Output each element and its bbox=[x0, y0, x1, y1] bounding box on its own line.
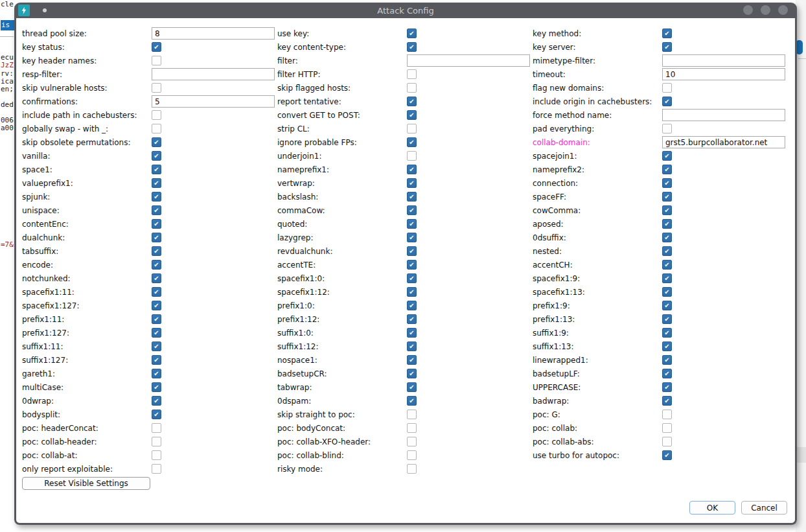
checkbox-nameprefix1[interactable]: ✔ bbox=[407, 165, 417, 174]
checkbox-poc-bodyconcat[interactable] bbox=[407, 423, 417, 433]
checkbox-valueprefix1[interactable]: ✔ bbox=[152, 178, 161, 188]
checkbox-0dwrap[interactable]: ✔ bbox=[152, 396, 161, 406]
checkbox-accentte[interactable]: ✔ bbox=[407, 260, 417, 270]
checkbox-prefix1-9[interactable]: ✔ bbox=[662, 301, 672, 310]
checkbox-flag-new-domains[interactable] bbox=[662, 83, 672, 93]
checkbox-bodysplit[interactable]: ✔ bbox=[152, 410, 161, 419]
checkbox-tabwrap[interactable]: ✔ bbox=[407, 382, 417, 392]
checkbox-nameprefix2[interactable]: ✔ bbox=[662, 165, 672, 174]
checkbox-backslash[interactable]: ✔ bbox=[407, 192, 417, 202]
text-input-resp-filter[interactable] bbox=[152, 68, 275, 80]
checkbox-skip-vulnerable-hosts[interactable] bbox=[152, 83, 161, 93]
checkbox-underjoin1[interactable] bbox=[407, 151, 417, 161]
checkbox-include-path-in-cachebusters[interactable] bbox=[152, 110, 161, 120]
text-input-confirmations[interactable] bbox=[152, 95, 275, 108]
text-input-force-method-name[interactable] bbox=[662, 109, 785, 121]
checkbox-key-header-names[interactable] bbox=[152, 56, 161, 65]
checkbox-skip-flagged-hosts[interactable] bbox=[407, 83, 417, 93]
text-input-filter[interactable] bbox=[407, 54, 530, 67]
checkbox-report-tentative[interactable]: ✔ bbox=[407, 97, 417, 106]
checkbox-poc-collab-xfo-header[interactable] bbox=[407, 437, 417, 446]
checkbox-gareth1[interactable]: ✔ bbox=[152, 369, 161, 378]
text-input-thread-pool-size[interactable] bbox=[152, 27, 275, 40]
checkbox-quoted[interactable]: ✔ bbox=[407, 219, 417, 229]
checkbox-convert-get-to-post[interactable]: ✔ bbox=[407, 110, 417, 120]
checkbox-suffix1-0[interactable]: ✔ bbox=[407, 328, 417, 338]
reset-visible-settings-button[interactable]: Reset Visible Settings bbox=[22, 477, 150, 490]
checkbox-spacefix1-9[interactable]: ✔ bbox=[662, 273, 672, 283]
checkbox-include-origin-in-cachebusters[interactable]: ✔ bbox=[662, 97, 672, 106]
checkbox-prefix1-12[interactable]: ✔ bbox=[407, 314, 417, 324]
checkbox-prefix1-11[interactable]: ✔ bbox=[152, 314, 161, 324]
close-button[interactable] bbox=[778, 5, 788, 15]
checkbox-only-report-exploitable[interactable] bbox=[152, 464, 161, 474]
checkbox-suffix1-11[interactable]: ✔ bbox=[152, 341, 161, 351]
checkbox-lazygrep[interactable]: ✔ bbox=[407, 233, 417, 242]
checkbox-spacefix1-12[interactable]: ✔ bbox=[407, 287, 417, 297]
checkbox-skip-obsolete-permutations[interactable]: ✔ bbox=[152, 137, 161, 147]
text-input-mimetype-filter[interactable] bbox=[662, 54, 785, 67]
checkbox-spacefix1-11[interactable]: ✔ bbox=[152, 287, 161, 297]
checkbox-space1[interactable]: ✔ bbox=[152, 165, 161, 174]
dialog-titlebar[interactable]: Attack Config bbox=[14, 3, 797, 18]
checkbox-poc-headerconcat[interactable] bbox=[152, 423, 161, 433]
checkbox-ignore-probable-fps[interactable]: ✔ bbox=[407, 137, 417, 147]
checkbox-nested[interactable]: ✔ bbox=[662, 246, 672, 256]
checkbox-badwrap[interactable]: ✔ bbox=[662, 396, 672, 406]
checkbox-risky-mode[interactable] bbox=[407, 464, 417, 474]
checkbox-unispace[interactable]: ✔ bbox=[152, 205, 161, 215]
checkbox-aposed[interactable]: ✔ bbox=[662, 219, 672, 229]
ok-button[interactable]: OK bbox=[689, 501, 735, 515]
checkbox-vertwrap[interactable]: ✔ bbox=[407, 178, 417, 188]
checkbox-suffix1-9[interactable]: ✔ bbox=[662, 328, 672, 338]
checkbox-spaceff[interactable]: ✔ bbox=[662, 192, 672, 202]
checkbox-multicase[interactable]: ✔ bbox=[152, 382, 161, 392]
checkbox-poc-collab-abs[interactable] bbox=[662, 437, 672, 446]
checkbox-strip-cl[interactable] bbox=[407, 124, 417, 133]
checkbox-connection[interactable]: ✔ bbox=[662, 178, 672, 188]
checkbox-key-method[interactable]: ✔ bbox=[662, 29, 672, 38]
checkbox-key-server[interactable]: ✔ bbox=[662, 42, 672, 52]
checkbox-prefix1-0[interactable]: ✔ bbox=[407, 301, 417, 310]
checkbox-skip-straight-to-poc[interactable] bbox=[407, 410, 417, 419]
checkbox-poc-collab-blind[interactable] bbox=[407, 450, 417, 460]
maximize-button[interactable] bbox=[761, 5, 770, 15]
checkbox-spacejoin1[interactable]: ✔ bbox=[662, 151, 672, 161]
checkbox-poc-collab-at[interactable] bbox=[152, 450, 161, 460]
checkbox-cowcomma[interactable]: ✔ bbox=[662, 205, 672, 215]
checkbox-0dspam[interactable]: ✔ bbox=[407, 396, 417, 406]
checkbox-spacefix1-127[interactable]: ✔ bbox=[152, 301, 161, 310]
checkbox-filter-http[interactable] bbox=[407, 69, 417, 79]
checkbox-vanilla[interactable]: ✔ bbox=[152, 151, 161, 161]
minimize-button[interactable] bbox=[743, 5, 753, 15]
checkbox-poc-collab-header[interactable] bbox=[152, 437, 161, 446]
checkbox-globally-swap-with[interactable] bbox=[152, 124, 161, 133]
checkbox-suffix1-13[interactable]: ✔ bbox=[662, 341, 672, 351]
checkbox-prefix1-127[interactable]: ✔ bbox=[152, 328, 161, 338]
checkbox-notchunked[interactable]: ✔ bbox=[152, 273, 161, 283]
checkbox-key-content-type[interactable]: ✔ bbox=[407, 42, 417, 52]
checkbox-spjunk[interactable]: ✔ bbox=[152, 192, 161, 202]
checkbox-commacow[interactable]: ✔ bbox=[407, 205, 417, 215]
checkbox-0dsuffix[interactable]: ✔ bbox=[662, 233, 672, 242]
checkbox-linewrapped1[interactable]: ✔ bbox=[662, 355, 672, 365]
checkbox-prefix1-13[interactable]: ✔ bbox=[662, 314, 672, 324]
checkbox-nospace1[interactable]: ✔ bbox=[407, 355, 417, 365]
checkbox-pad-everything[interactable] bbox=[662, 124, 672, 133]
checkbox-tabsuffix[interactable]: ✔ bbox=[152, 246, 161, 256]
checkbox-poc-collab[interactable] bbox=[662, 423, 672, 433]
checkbox-encode[interactable]: ✔ bbox=[152, 260, 161, 270]
checkbox-revdualchunk[interactable]: ✔ bbox=[407, 246, 417, 256]
checkbox-suffix1-12[interactable]: ✔ bbox=[407, 341, 417, 351]
checkbox-use-turbo-for-autopoc[interactable]: ✔ bbox=[662, 450, 672, 460]
checkbox-uppercase[interactable]: ✔ bbox=[662, 382, 672, 392]
checkbox-use-key[interactable]: ✔ bbox=[407, 29, 417, 38]
checkbox-spacefix1-13[interactable]: ✔ bbox=[662, 287, 672, 297]
checkbox-contentenc[interactable]: ✔ bbox=[152, 219, 161, 229]
cancel-button[interactable]: Cancel bbox=[741, 501, 787, 515]
checkbox-suffix1-127[interactable]: ✔ bbox=[152, 355, 161, 365]
checkbox-spacefix1-0[interactable]: ✔ bbox=[407, 273, 417, 283]
checkbox-badsetupcr[interactable]: ✔ bbox=[407, 369, 417, 378]
checkbox-poc-g[interactable] bbox=[662, 410, 672, 419]
checkbox-badsetuplf[interactable]: ✔ bbox=[662, 369, 672, 378]
